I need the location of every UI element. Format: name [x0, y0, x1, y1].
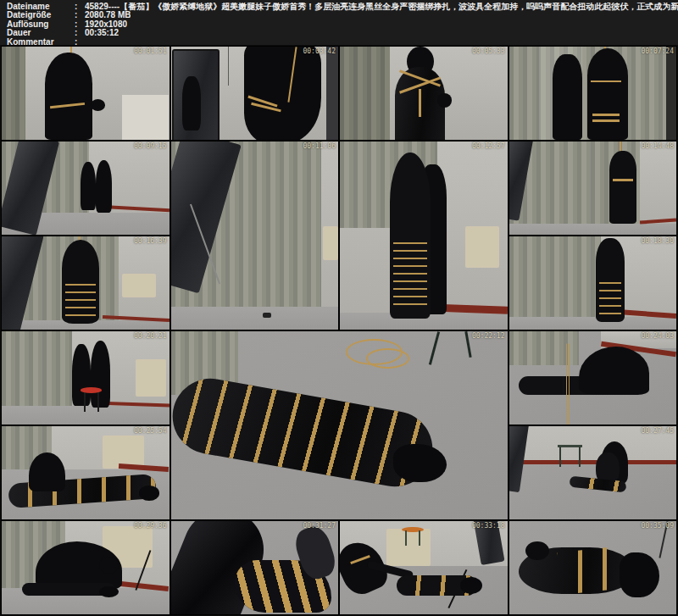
hair	[460, 577, 482, 594]
filesize-value: 2080.78 MB	[85, 11, 131, 19]
hair	[139, 486, 159, 501]
video-thumbnail-12[interactable]: 00:22:12	[171, 331, 508, 519]
timestamp-overlay: 00:31:27	[303, 522, 336, 530]
timestamp-overlay: 00:11:06	[303, 142, 336, 150]
metadata-row-duration: Dauer:00:35:12	[7, 29, 678, 37]
thumbnail-grid: 00:01:51 00:03:42 00:05:33 0	[0, 45, 678, 616]
hair-closeup	[244, 47, 321, 140]
filename-value: 45829----【番茄】《傲娇紧缚地狱》超美嫩腿妹子傲娇首秀！多层油亮连身黑丝…	[85, 3, 678, 11]
curtain	[340, 47, 390, 140]
timestamp-overlay: 00:35:09	[641, 522, 674, 530]
timestamp-overlay: 00:03:42	[303, 47, 336, 55]
video-thumbnail-4[interactable]: 00:07:24	[509, 47, 677, 140]
arm-silhouette	[437, 93, 453, 108]
leg-ropes	[65, 281, 96, 322]
timestamp-overlay: 00:18:30	[641, 237, 674, 245]
hair	[620, 552, 659, 597]
video-thumbnail-17[interactable]: 00:31:27	[171, 521, 339, 614]
chest-rope	[591, 80, 621, 83]
video-thumbnail-14[interactable]: 00:25:54	[2, 426, 170, 519]
metadata-separator: :	[75, 38, 85, 47]
figure-silhouette	[45, 53, 92, 140]
wall-edge	[666, 47, 676, 140]
timestamp-overlay: 00:09:15	[134, 142, 167, 150]
head-silhouette	[99, 557, 119, 574]
timestamp-overlay: 00:29:36	[134, 522, 167, 530]
thigh-rope	[592, 114, 620, 116]
figure-silhouette	[81, 162, 96, 210]
carpet	[509, 463, 677, 519]
video-thumbnail-19[interactable]: 00:35:09	[509, 521, 677, 614]
video-thumbnail-10[interactable]: 00:18:30	[509, 236, 677, 330]
curtain	[509, 236, 602, 330]
figure-silhouette	[587, 48, 627, 140]
waist-rope	[419, 89, 421, 117]
video-thumbnail-3[interactable]: 00:05:33	[340, 47, 508, 140]
figure-silhouette	[609, 151, 636, 224]
stool-legs	[559, 447, 581, 467]
body-ropes	[557, 546, 628, 594]
mirror-reflection-figure	[182, 76, 201, 130]
video-thumbnail-13[interactable]: 00:24:03	[509, 331, 677, 425]
video-thumbnail-16[interactable]: 00:29:36	[2, 521, 170, 614]
body-ropes	[564, 343, 571, 425]
metadata-row-filesize: Dateigröße:2080.78 MB	[7, 11, 678, 19]
cable	[228, 47, 229, 86]
metadata-row-filename: Dateiname:45829----【番茄】《傲娇紧缚地狱》超美嫩腿妹子傲娇首…	[7, 3, 678, 11]
video-thumbnail-15[interactable]: 00:27:45	[509, 426, 677, 519]
curtain	[2, 47, 25, 140]
figure-silhouette	[96, 160, 113, 213]
floor	[509, 224, 677, 235]
body-rope	[613, 179, 633, 181]
timestamp-overlay: 00:22:12	[472, 332, 505, 340]
timestamp-overlay: 00:16:39	[134, 237, 167, 245]
timestamp-overlay: 00:14:48	[641, 142, 674, 150]
phone-on-floor	[263, 313, 271, 318]
arm-silhouette	[91, 99, 106, 111]
paper-backdrop	[122, 95, 169, 140]
wall-patch	[465, 226, 499, 268]
metadata-header: Dateiname:45829----【番茄】《傲娇紧缚地狱》超美嫩腿妹子傲娇首…	[0, 0, 678, 45]
timestamp-overlay: 00:33:18	[472, 522, 505, 530]
stool-legs	[84, 391, 99, 411]
timestamp-overlay: 00:01:51	[134, 47, 167, 55]
wall-patch	[323, 226, 338, 260]
timestamp-overlay: 00:20:21	[134, 332, 167, 340]
video-thumbnail-5[interactable]: 00:09:15	[2, 142, 170, 235]
video-thumbnail-2[interactable]: 00:03:42	[171, 47, 339, 140]
video-thumbnail-9[interactable]: 00:16:39	[2, 236, 170, 330]
leg-ropes	[393, 239, 427, 310]
curtain-edge	[326, 47, 338, 140]
stool-legs	[405, 530, 420, 546]
timestamp-overlay: 00:05:33	[472, 47, 505, 55]
hair	[393, 444, 447, 481]
timestamp-overlay: 00:07:24	[641, 47, 674, 55]
figure-silhouette	[553, 54, 583, 140]
video-thumbnail-8[interactable]: 00:14:48	[509, 142, 677, 235]
video-thumbnail-18[interactable]: 00:33:18	[340, 521, 508, 614]
metadata-label: Kommentar	[7, 38, 75, 47]
leg-ropes	[599, 279, 621, 321]
knee-silhouette	[525, 541, 549, 560]
floor	[171, 307, 339, 330]
video-thumbnail-11[interactable]: 00:20:21	[2, 331, 170, 425]
video-thumbnail-1[interactable]: 00:01:51	[2, 47, 170, 140]
rope-pile	[366, 348, 410, 369]
timestamp-overlay: 00:24:03	[641, 332, 674, 340]
metadata-row-resolution: Auflösung:1920x1080	[7, 20, 678, 29]
thigh-rope	[592, 119, 620, 122]
stool-seat	[81, 387, 103, 393]
floor	[509, 317, 677, 330]
timestamp-overlay: 00:27:45	[641, 427, 674, 435]
wall-patch	[122, 274, 156, 297]
timestamp-overlay: 00:25:54	[134, 427, 167, 435]
wall-patch	[136, 359, 166, 397]
video-thumbnail-7[interactable]: 00:12:57	[340, 142, 508, 330]
video-thumbnail-6[interactable]: 00:11:06	[171, 142, 339, 330]
timestamp-overlay: 00:12:57	[472, 142, 505, 150]
duration-value: 00:35:12	[85, 29, 119, 37]
resolution-value: 1920x1080	[85, 20, 127, 29]
